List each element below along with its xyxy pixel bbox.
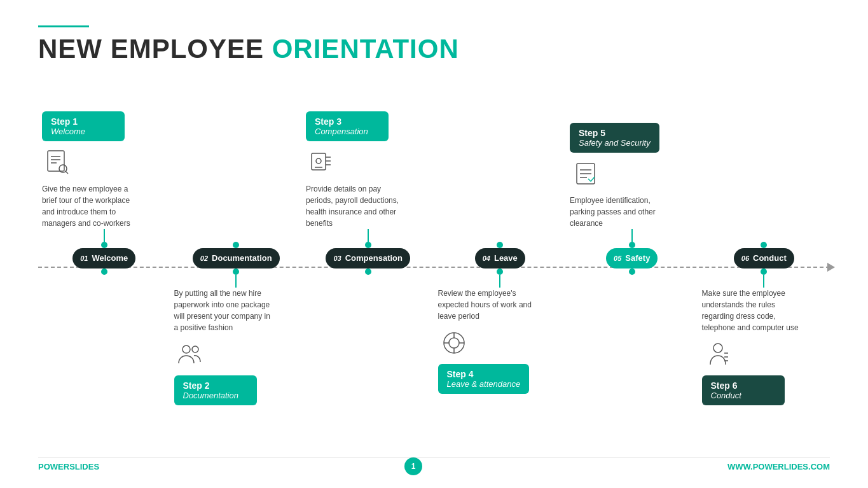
step3-bottom-content [302, 288, 434, 414]
svg-line-5 [65, 171, 68, 174]
step4-number: Step 4 [447, 369, 521, 379]
step3-badge: Step 3 Compensation [306, 111, 389, 141]
svg-point-20 [713, 344, 722, 352]
step2-node-label: Documentation [212, 253, 272, 263]
step1-node-label: Welcome [92, 253, 128, 263]
footer-url: WWW.POWERLIDES.COM [727, 462, 830, 471]
header-decoration [38, 25, 89, 27]
step4-node-label: Leave [494, 253, 518, 263]
step6-vline-bottom [763, 275, 764, 288]
step5-bottom-content [566, 288, 698, 414]
step1-name: Welcome [51, 127, 116, 136]
search-document-icon [44, 148, 72, 176]
step2-dot-bottom [233, 268, 239, 275]
step3-dot-bottom [365, 268, 371, 275]
timeline-arrow [827, 263, 835, 272]
step5-node: 05 Safety [606, 248, 658, 268]
step6-icon [702, 338, 734, 370]
step4-dot-top [497, 242, 503, 248]
step5-icon [570, 158, 602, 190]
step1-dot-top [101, 242, 107, 248]
step6-top-content [698, 83, 830, 229]
conduct-icon [704, 340, 732, 368]
step1-top-content: Step 1 Welcome [38, 83, 170, 229]
step4-badge: Step 4 Leave & attendance [438, 364, 530, 394]
col-step2: 02 Documentation By putting all the new … [170, 83, 303, 414]
step1-vline-top [104, 229, 105, 242]
svg-point-11 [449, 338, 459, 348]
step3-vline-top [368, 229, 369, 242]
step4-dot-bottom [497, 268, 503, 275]
step4-vline-top [499, 229, 500, 242]
step4-bottom-content: Review the employee's expected hours of … [434, 288, 567, 414]
step1-icon [42, 146, 74, 178]
step5-dot-bottom [629, 268, 635, 275]
col-step4: 04 Leave Review the employee's expected … [434, 83, 567, 414]
title-part1: NEW EMPLOYEE [38, 34, 272, 64]
col-step6: 06 Conduct Make sure the employee unders… [698, 83, 830, 414]
step6-bottom-content: Make sure the employee understands the r… [698, 288, 830, 414]
col-step3: Step 3 Compensation [302, 83, 434, 414]
step3-icon [306, 146, 338, 178]
step4-name: Leave & attendance [447, 379, 521, 389]
step1-node-num: 01 [80, 254, 88, 262]
step2-icon [174, 338, 206, 370]
page: NEW EMPLOYEE ORIENTATION Step 1 Welcome [0, 0, 868, 488]
step3-vline-bottom [368, 275, 369, 288]
step2-bottom-content: By putting all the new hire paperwork in… [170, 288, 303, 414]
step2-node-num: 02 [200, 254, 208, 262]
step1-dot-bottom [101, 268, 107, 275]
step3-node-num: 03 [333, 254, 341, 262]
step2-badge: Step 2 Documentation [174, 375, 257, 405]
step3-name: Compensation [315, 127, 380, 136]
safety-icon [572, 160, 600, 188]
page-title: NEW EMPLOYEE ORIENTATION [38, 34, 830, 64]
step5-dot-top [629, 242, 635, 248]
people-icon [176, 340, 204, 368]
step6-node: 06 Conduct [734, 248, 794, 268]
step2-top-content [170, 83, 303, 229]
step2-dot-top [233, 242, 239, 248]
step5-number: Step 5 [579, 128, 651, 138]
step3-top-content: Step 3 Compensation [302, 83, 434, 229]
step1-badge: Step 1 Welcome [42, 111, 125, 141]
svg-point-9 [316, 158, 321, 164]
brand-part1: POWER [38, 462, 69, 471]
brand-part2: SLIDES [69, 462, 99, 471]
step6-dot-bottom [761, 268, 767, 275]
step5-badge: Step 5 Safety and Security [570, 123, 659, 153]
step3-number: Step 3 [315, 116, 380, 127]
step3-desc: Provide details on pay periods, payroll … [306, 183, 408, 229]
step2-node: 02 Documentation [193, 248, 280, 268]
step1-node: 01 Welcome [72, 248, 135, 268]
footer-page-number: 1 [404, 457, 422, 475]
step1-vline-bottom [104, 275, 105, 288]
svg-point-7 [192, 346, 198, 352]
step4-top-content [434, 83, 567, 229]
step2-vline-bottom [235, 275, 237, 288]
step5-top-content: Step 5 Safety and Security [566, 83, 698, 229]
step5-name: Safety and Security [579, 138, 651, 148]
timeline-wrapper: Step 1 Welcome [38, 83, 830, 414]
step5-vline-top [631, 229, 633, 242]
title-part2: ORIENTATION [272, 34, 459, 64]
step5-node-label: Safety [625, 253, 650, 263]
svg-point-6 [183, 345, 190, 353]
compensation-icon [308, 148, 336, 176]
step6-badge: Step 6 Conduct [702, 375, 785, 405]
step2-desc: By putting all the new hire paperwork in… [174, 288, 276, 333]
footer-brand: POWERSLIDES [38, 462, 99, 471]
step1-bottom-content [38, 288, 170, 414]
footer: POWERSLIDES 1 WWW.POWERLIDES.COM [38, 457, 830, 475]
step4-node: 04 Leave [475, 248, 525, 268]
svg-rect-0 [48, 151, 64, 171]
step3-node: 03 Compensation [326, 248, 410, 268]
step5-vline-bottom [631, 275, 633, 288]
step5-desc: Employee identification, parking passes … [570, 195, 672, 229]
step6-desc: Make sure the employee understands the r… [702, 288, 804, 333]
step1-number: Step 1 [51, 116, 116, 127]
timeline-columns: Step 1 Welcome [38, 83, 830, 414]
step6-number: Step 6 [711, 380, 776, 391]
step1-desc: Give the new employee a brief tour of th… [42, 183, 144, 229]
step2-vline-top [235, 229, 237, 242]
